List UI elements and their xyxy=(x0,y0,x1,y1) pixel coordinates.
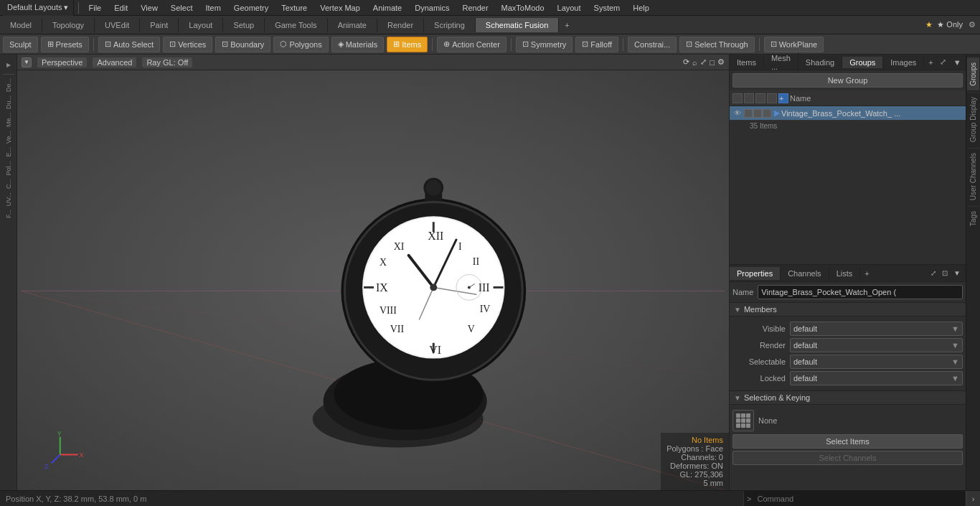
vtab-user-channels[interactable]: User Channels xyxy=(967,148,979,205)
group-list-item[interactable]: 👁 ▶ Vintage_Brass_Pocket_Watch_ ... xyxy=(730,106,966,121)
name-field[interactable]: Vintage_Brass_Pocket_Watch_Open ( xyxy=(758,285,963,299)
layout-selector[interactable]: Default Layouts ▾ xyxy=(3,0,74,16)
items-button[interactable]: ⊞ Items xyxy=(387,37,428,52)
groups-ctrl4[interactable] xyxy=(767,93,777,103)
tab-uvedit[interactable]: UVEdit xyxy=(95,18,140,32)
viewport-canvas[interactable]: XII VI III IX I II IV V XI X VIII VII xyxy=(17,70,729,490)
command-submit-button[interactable]: › xyxy=(966,491,980,507)
group-icon3[interactable] xyxy=(763,109,771,118)
tab-add-button[interactable]: + xyxy=(559,18,575,32)
rp-tab-shading[interactable]: Shading xyxy=(798,57,842,68)
sel-keying-header[interactable]: ▼ Selection & Keying xyxy=(730,390,966,405)
prop-tab-channels[interactable]: Channels xyxy=(781,267,829,280)
select-through-button[interactable]: ⊡ Select Through xyxy=(679,37,754,52)
polygons-button[interactable]: ⬡ Polygons xyxy=(273,37,328,52)
menu-geometry[interactable]: Geometry xyxy=(228,2,274,14)
menu-layout[interactable]: Layout xyxy=(552,2,587,14)
menu-texture[interactable]: Texture xyxy=(275,2,313,14)
tab-layout[interactable]: Layout xyxy=(179,18,223,32)
groups-eye-ctrl[interactable] xyxy=(732,93,743,103)
new-group-button[interactable]: New Group xyxy=(732,73,963,88)
settings-icon[interactable]: ⚙ xyxy=(969,20,976,29)
boundary-button[interactable]: ⊡ Boundary xyxy=(215,37,270,52)
groups-render-ctrl[interactable] xyxy=(744,93,754,103)
group-eye-icon[interactable]: 👁 xyxy=(732,108,743,118)
prop-settings-icon[interactable]: ▼ xyxy=(951,268,963,278)
menu-file[interactable]: File xyxy=(83,2,108,14)
constraint-button[interactable]: Constrai... xyxy=(628,37,677,52)
symmetry-button[interactable]: ⊡ Symmetry xyxy=(516,37,573,52)
menu-select[interactable]: Select xyxy=(165,2,199,14)
viewport-shading-label[interactable]: Advanced xyxy=(93,57,136,67)
tab-model[interactable]: Model xyxy=(0,18,42,32)
vertices-button[interactable]: ⊡ Vertices xyxy=(163,37,212,52)
workplane-button[interactable]: ⊡ WorkPlane xyxy=(764,37,824,52)
group-icon2[interactable] xyxy=(753,109,762,118)
viewport-mode-label[interactable]: Perspective xyxy=(37,57,87,67)
menu-view[interactable]: View xyxy=(135,2,164,14)
selectable-select[interactable]: default ▼ xyxy=(790,355,963,369)
command-input[interactable] xyxy=(754,491,966,507)
viewport-render-label[interactable]: Ray GL: Off xyxy=(142,57,192,67)
tab-render-top[interactable]: Render xyxy=(377,18,424,32)
tab-paint[interactable]: Paint xyxy=(140,18,179,32)
viewport-zoom-icon[interactable]: ⌕ xyxy=(692,58,697,67)
render-select[interactable]: default ▼ xyxy=(790,338,963,352)
right-panel-tabs: Items Mesh ... Shading Groups Images + ⤢… xyxy=(730,55,966,70)
tab-gametools[interactable]: Game Tools xyxy=(265,18,328,32)
vtab-group-display[interactable]: Group Display xyxy=(967,92,979,146)
rp-tab-mesh[interactable]: Mesh ... xyxy=(764,52,798,72)
action-center-button[interactable]: ⊕ Action Center xyxy=(437,37,507,52)
keying-icon[interactable] xyxy=(732,410,754,431)
viewport-rotate-icon[interactable]: ⟳ xyxy=(683,57,689,67)
tab-topology[interactable]: Topology xyxy=(42,18,95,32)
menu-animate[interactable]: Animate xyxy=(367,2,407,14)
locked-select[interactable]: default ▼ xyxy=(790,371,963,385)
deformers-text: Deformers: ON xyxy=(666,462,723,470)
viewport-settings-icon[interactable]: ⚙ xyxy=(717,57,725,67)
viewport-pan-icon[interactable]: ⤢ xyxy=(700,57,707,67)
menu-item[interactable]: Item xyxy=(199,2,226,14)
groups-lock-ctrl[interactable] xyxy=(755,93,765,103)
prop-popout-icon[interactable]: ⊡ xyxy=(940,268,950,278)
viewport[interactable]: ▼ Perspective Advanced Ray GL: Off ⟳ ⌕ ⤢… xyxy=(17,55,729,490)
rp-expand-icon[interactable]: ⤢ xyxy=(938,57,948,67)
menu-help[interactable]: Help xyxy=(627,2,655,14)
sculpt-button[interactable]: Sculpt xyxy=(3,37,38,52)
rp-tab-add[interactable]: + xyxy=(924,57,937,68)
members-section-header[interactable]: ▼ Members xyxy=(730,302,966,317)
presets-button[interactable]: ⊞ Presets xyxy=(41,37,89,52)
group-icon1[interactable] xyxy=(744,109,753,118)
falloff-button[interactable]: ⊡ Falloff xyxy=(575,37,618,52)
viewport-fit-icon[interactable]: □ xyxy=(710,58,715,67)
viewport-menu-icon[interactable]: ▼ xyxy=(22,57,32,67)
groups-list[interactable]: 👁 ▶ Vintage_Brass_Pocket_Watch_ ... 35 I… xyxy=(730,106,966,264)
tab-scripting[interactable]: Scripting xyxy=(424,18,476,32)
menu-dynamics[interactable]: Dynamics xyxy=(409,2,455,14)
tab-setup[interactable]: Setup xyxy=(223,18,265,32)
menu-system[interactable]: System xyxy=(588,2,626,14)
prop-tab-lists[interactable]: Lists xyxy=(829,267,861,280)
prop-expand-icon[interactable]: ⤢ xyxy=(928,268,938,278)
rp-tab-images[interactable]: Images xyxy=(883,57,924,68)
menu-vertexmap[interactable]: Vertex Map xyxy=(314,2,366,14)
menu-render[interactable]: Render xyxy=(457,2,494,14)
rp-settings-icon[interactable]: ▼ xyxy=(951,57,963,67)
sidebar-expand[interactable]: ▶ xyxy=(1,57,16,72)
svg-text:Z: Z xyxy=(44,463,49,470)
select-items-button[interactable]: Select Items xyxy=(732,434,963,449)
vtab-groups[interactable]: Groups xyxy=(967,57,979,90)
tab-schematic-fusion[interactable]: Schematic Fusion xyxy=(476,18,559,32)
menu-maxtomodo[interactable]: MaxToModo xyxy=(496,2,550,14)
materials-button[interactable]: ◈ Materials xyxy=(331,37,385,52)
prop-tab-properties[interactable]: Properties xyxy=(730,267,781,280)
vtab-tags[interactable]: Tags xyxy=(967,206,979,230)
groups-add-ctrl[interactable]: + xyxy=(778,93,788,103)
visible-select[interactable]: default ▼ xyxy=(790,322,963,336)
tab-animate[interactable]: Animate xyxy=(328,18,377,32)
auto-select-button[interactable]: ⊡ Auto Select xyxy=(98,37,160,52)
menu-edit[interactable]: Edit xyxy=(108,2,133,14)
prop-tab-add[interactable]: + xyxy=(860,267,873,280)
rp-tab-groups[interactable]: Groups xyxy=(842,57,883,68)
rp-tab-items[interactable]: Items xyxy=(730,57,764,68)
